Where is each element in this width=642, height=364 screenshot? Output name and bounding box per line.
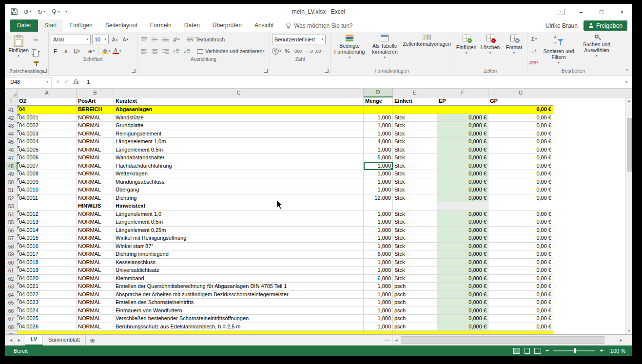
copy-button[interactable]: ▾: [31, 47, 40, 57]
align-bottom-button[interactable]: [161, 35, 170, 44]
sheet-prev-icon[interactable]: ◄: [9, 338, 13, 343]
cell-F65[interactable]: 0,000 €: [437, 299, 488, 307]
cell-D67[interactable]: 1,000: [364, 315, 393, 323]
close-button[interactable]: ×: [612, 4, 632, 19]
cell-D68[interactable]: 1,000: [364, 323, 393, 331]
cell-C54[interactable]: Längenelement 1,0: [114, 211, 364, 219]
cell-F58[interactable]: 0,000 €: [437, 243, 488, 251]
cell-B60[interactable]: NORMAL: [77, 259, 114, 267]
page-break-view-icon[interactable]: [534, 348, 541, 354]
tab-formeln[interactable]: Formeln: [144, 19, 178, 32]
cell-G52[interactable]: 0,00 €: [488, 194, 553, 203]
cell-G65[interactable]: 0,00 €: [488, 299, 553, 307]
cell-A46[interactable]: 04.0005: [18, 146, 77, 154]
cell-D45[interactable]: 4,000: [364, 138, 393, 146]
cell-F45[interactable]: 0,000 €: [437, 138, 488, 146]
cell-C49[interactable]: Wetterkragen: [114, 170, 364, 178]
column-header-A[interactable]: A: [18, 89, 77, 97]
cell-G55[interactable]: 0,00 €: [488, 218, 553, 227]
row-header-66[interactable]: 66: [5, 307, 18, 315]
cell-D54[interactable]: 1,000: [364, 211, 393, 219]
cell-F67[interactable]: 0,000 €: [437, 315, 488, 323]
cell-F57[interactable]: 0,000 €: [437, 234, 488, 243]
shrink-font-button[interactable]: A▾: [121, 35, 130, 44]
cell-C44[interactable]: Reinigungselement: [114, 130, 364, 138]
share-button[interactable]: Freigeben: [584, 20, 627, 31]
cell-F49[interactable]: 0,000 €: [437, 170, 488, 178]
italic-button[interactable]: K: [61, 46, 71, 56]
cell-B41[interactable]: BEREICH: [77, 106, 114, 114]
cell-C66[interactable]: Einmauern von Wandfuttern: [114, 307, 364, 315]
decrease-indent-button[interactable]: [172, 46, 181, 56]
cell-B47[interactable]: NORMAL: [77, 154, 114, 162]
cell-B67[interactable]: NORMAL: [77, 315, 114, 323]
zoom-level[interactable]: 100 %: [608, 348, 625, 354]
tab-datei[interactable]: Datei: [10, 19, 38, 32]
cell-A1[interactable]: OZ: [18, 97, 77, 106]
cell-D59[interactable]: 6,000: [364, 250, 393, 259]
row-header-60[interactable]: 60: [5, 259, 18, 267]
tab-seitenlayout[interactable]: Seitenlayout: [99, 19, 144, 32]
cell-A67[interactable]: 04.0025: [18, 315, 77, 323]
cell-C65[interactable]: Erstellen des Schornsteineintritts: [114, 299, 364, 307]
underline-button[interactable]: U▾: [72, 46, 81, 56]
cell-B66[interactable]: NORMAL: [77, 307, 114, 315]
cell-G58[interactable]: 0,00 €: [488, 243, 553, 251]
tab-ansicht[interactable]: Ansicht: [248, 19, 280, 32]
cell-E43[interactable]: Stck: [393, 122, 437, 130]
cell-F46[interactable]: 0,000 €: [437, 146, 488, 154]
paste-button[interactable]: Einfügen▾: [8, 33, 29, 66]
cell-C61[interactable]: Universaldichtsatz: [114, 267, 364, 275]
dialog-launcher-clipboard-icon[interactable]: [43, 69, 47, 73]
cell-F62[interactable]: 0,000 €: [437, 275, 488, 283]
column-header-F[interactable]: F: [437, 89, 488, 97]
cell-D58[interactable]: 1,000: [364, 243, 393, 251]
cell-F50[interactable]: 0,000 €: [437, 178, 488, 187]
cell-A45[interactable]: 04.0004: [18, 138, 77, 146]
cell-B48[interactable]: NORMAL: [77, 162, 114, 171]
formula-input[interactable]: 1: [83, 77, 623, 87]
cell-E50[interactable]: Stck: [393, 178, 437, 187]
cell-C50[interactable]: Mündungsabschluss: [114, 178, 364, 187]
borders-button[interactable]: ⊞▾: [87, 46, 96, 56]
cell-D44[interactable]: 1,000: [364, 130, 393, 138]
cell-F66[interactable]: 0,000 €: [437, 307, 488, 315]
increase-indent-button[interactable]: [182, 46, 192, 56]
cell-A49[interactable]: 04.0008: [18, 170, 77, 178]
collapse-ribbon-icon[interactable]: ^: [626, 68, 628, 74]
cell-E59[interactable]: Stck: [393, 250, 437, 259]
scroll-up-icon[interactable]: ▲: [627, 97, 631, 104]
cell-B58[interactable]: NORMAL: [77, 243, 114, 251]
autosum-button[interactable]: Σ▾: [529, 34, 539, 44]
row-header-64[interactable]: 64: [5, 291, 18, 299]
cell-A59[interactable]: 04.0017: [18, 250, 77, 259]
find-select-button[interactable]: Suchen und Auswählen▾: [579, 33, 615, 66]
cell-G44[interactable]: 0,00 €: [488, 130, 553, 138]
scroll-left-icon[interactable]: ◄: [392, 338, 400, 343]
format-cells-button[interactable]: ▾ Format▾: [503, 33, 525, 66]
touch-mode-button[interactable]: ▾: [51, 9, 60, 15]
cell-A66[interactable]: 04.0024: [18, 307, 77, 315]
decrease-decimal-button[interactable]: ,00→: [315, 46, 326, 56]
cell-F69[interactable]: [437, 331, 488, 334]
grow-font-button[interactable]: A▴: [110, 35, 119, 44]
cell-D50[interactable]: 1,000: [364, 178, 393, 187]
row-header-51[interactable]: 51: [5, 186, 18, 194]
cell-C47[interactable]: Wandabstandshalter: [114, 154, 364, 162]
cell-C57[interactable]: Winkel mit Reinigungsöffnung: [114, 234, 364, 243]
align-center-button[interactable]: [150, 46, 159, 56]
cell-D66[interactable]: 1,000: [364, 307, 393, 315]
cell-E64[interactable]: psch: [393, 291, 437, 299]
cell-C55[interactable]: Längenlement 0,5m: [114, 218, 364, 227]
cell-B53[interactable]: HINWEIS: [77, 202, 114, 211]
cell-C69[interactable]: [114, 331, 364, 334]
row-header-50[interactable]: 50: [5, 178, 18, 187]
cell-F41[interactable]: [437, 106, 488, 114]
cell-D51[interactable]: 1,000: [364, 186, 393, 194]
cell-D55[interactable]: 1,000: [364, 218, 393, 227]
row-header-62[interactable]: 62: [5, 275, 18, 283]
cell-E46[interactable]: Stck: [393, 146, 437, 154]
cell-F56[interactable]: 0,000 €: [437, 227, 488, 235]
cell-C52[interactable]: Dichtring: [114, 194, 364, 203]
cell-F44[interactable]: 0,000 €: [437, 130, 488, 138]
